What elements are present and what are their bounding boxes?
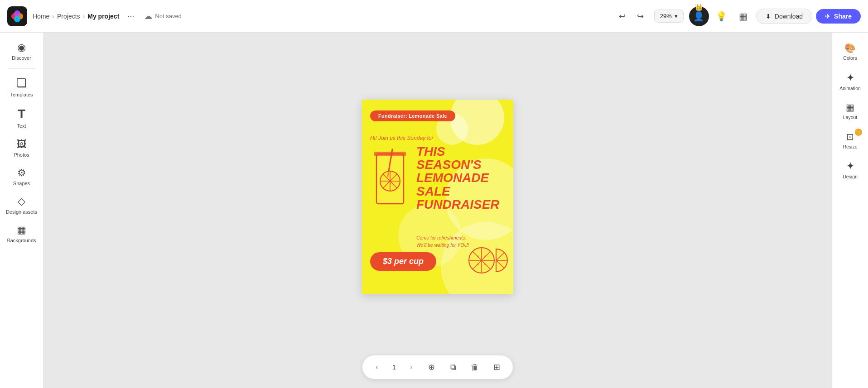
sidebar-label-discover: Discover	[12, 55, 31, 61]
sidebar-label-backgrounds: Backgrounds	[7, 238, 36, 244]
sidebar-label-photos: Photos	[14, 152, 29, 158]
breadcrumb: Home › Projects › My project	[33, 13, 119, 20]
page-controls: ‹ 1 › ⊕ ⧉ 🗑 ⊞	[362, 355, 513, 379]
right-label-design: Design	[843, 174, 858, 180]
resize-icon: ⊡	[846, 131, 854, 142]
delete-page-button[interactable]: 🗑	[468, 360, 482, 374]
photos-icon: 🖼	[17, 139, 27, 150]
sidebar-label-design-assets: Design assets	[6, 209, 37, 215]
cloud-icon: ☁	[144, 11, 152, 21]
text-icon: T	[18, 107, 25, 121]
topbar: Home › Projects › My project ··· ☁ Not s…	[0, 0, 868, 33]
poster-subtitle-text: Hi! Join us this Sunday for	[370, 135, 433, 141]
resize-crown-badge: 👑	[855, 129, 862, 136]
design-assets-icon: ◇	[18, 196, 25, 207]
user-avatar[interactable]: 👑 👤	[689, 6, 709, 26]
share-icon: ✈	[825, 13, 830, 20]
design-icon: ✦	[846, 160, 854, 172]
sidebar-item-text[interactable]: T Text	[4, 103, 40, 133]
poster-badge: Fundraiser: Lemonade Sale	[370, 110, 455, 121]
templates-icon: ❏	[16, 76, 27, 90]
sidebar-label-text: Text	[17, 123, 26, 129]
sidebar-divider	[8, 68, 35, 69]
sidebar-item-backgrounds[interactable]: ▦ Backgrounds	[4, 220, 40, 247]
backgrounds-icon: ▦	[17, 224, 26, 236]
sidebar-item-shapes[interactable]: ⚙ Shapes	[4, 163, 40, 190]
grid-view-button[interactable]: ⊞	[489, 360, 504, 374]
poster-canvas[interactable]: Fundraiser: Lemonade Sale Hi! Join us th…	[362, 100, 513, 294]
svg-point-18	[484, 255, 486, 257]
right-label-resize: Resize	[843, 144, 857, 150]
shapes-icon: ⚙	[17, 167, 26, 179]
lemon-glass-illustration	[367, 145, 413, 217]
avatar-user-icon: 👤	[693, 11, 704, 22]
svg-point-3	[14, 16, 20, 22]
right-sidebar: 🎨 Colors ✦ Animation ▦ Layout 👑 ⊡ Resize…	[832, 33, 868, 388]
sidebar-label-shapes: Shapes	[13, 181, 30, 187]
next-page-button[interactable]: ›	[406, 362, 417, 373]
crown-icon: 👑	[695, 4, 703, 11]
poster-wrapper[interactable]: Fundraiser: Lemonade Sale Hi! Join us th…	[362, 100, 513, 294]
svg-point-19	[477, 263, 479, 265]
sidebar-item-design-assets[interactable]: ◇ Design assets	[4, 192, 40, 219]
sidebar-item-discover[interactable]: ◉ Discover	[4, 38, 40, 65]
right-label-layout: Layout	[843, 115, 858, 120]
main-content: ◉ Discover ❏ Templates T Text 🖼 Photos ⚙…	[0, 33, 868, 388]
breadcrumb-sep-2: ›	[83, 13, 85, 20]
right-label-animation: Animation	[839, 86, 861, 91]
sidebar-label-templates: Templates	[10, 92, 33, 98]
undo-button[interactable]: ↩	[614, 8, 631, 24]
colors-icon: 🎨	[844, 43, 856, 53]
zoom-level: 29%	[660, 13, 672, 19]
poster-price: $3 per cup	[370, 252, 436, 271]
projects-link[interactable]: Projects	[57, 13, 80, 20]
undo-redo-group: ↩ ↪	[614, 8, 649, 24]
svg-point-20	[484, 263, 486, 265]
topbar-actions: 👑 👤 💡 ▦ ⬇ Download ✈ Share	[689, 6, 861, 26]
svg-point-2	[14, 10, 20, 17]
apps-button[interactable]: ▦	[734, 7, 752, 25]
lemon-slices-illustration	[468, 244, 509, 281]
zoom-chevron-icon: ▾	[675, 13, 678, 19]
breadcrumb-sep-1: ›	[52, 13, 54, 20]
prev-page-button[interactable]: ‹	[371, 362, 382, 373]
right-item-design[interactable]: ✦ Design	[835, 156, 866, 184]
download-icon: ⬇	[766, 13, 771, 20]
right-label-colors: Colors	[843, 55, 857, 61]
duplicate-page-button[interactable]: ⧉	[446, 360, 460, 374]
svg-rect-11	[374, 152, 406, 156]
app-logo[interactable]	[7, 6, 27, 26]
project-name[interactable]: My project	[87, 13, 119, 20]
poster-subtitle: Hi! Join us this Sunday for	[370, 135, 505, 141]
redo-button[interactable]: ↪	[632, 8, 649, 24]
save-status: ☁ Not saved	[144, 11, 182, 21]
home-link[interactable]: Home	[33, 13, 49, 20]
poster-tagline-line1: Come for refreshments.	[416, 235, 477, 242]
poster-price-text: $3 per cup	[383, 257, 424, 266]
layout-icon: ▦	[846, 102, 854, 113]
add-page-button[interactable]: ⊕	[424, 360, 439, 374]
sidebar-item-photos[interactable]: 🖼 Photos	[4, 135, 40, 162]
right-item-resize[interactable]: 👑 ⊡ Resize	[835, 127, 866, 154]
left-sidebar: ◉ Discover ❏ Templates T Text 🖼 Photos ⚙…	[0, 33, 43, 388]
page-number: 1	[390, 364, 399, 371]
download-label: Download	[775, 13, 803, 20]
save-status-label: Not saved	[155, 13, 182, 19]
download-button[interactable]: ⬇ Download	[756, 9, 812, 24]
more-options-button[interactable]: ···	[125, 10, 137, 23]
right-item-animation[interactable]: ✦ Animation	[835, 67, 866, 96]
right-item-colors[interactable]: 🎨 Colors	[835, 38, 866, 66]
svg-point-17	[477, 255, 479, 257]
share-button[interactable]: ✈ Share	[816, 9, 861, 24]
poster-badge-text: Fundraiser: Lemonade Sale	[378, 113, 447, 119]
poster-title-text: THIS SEASON'S LEMONADE SALE FUNDRAISER	[416, 144, 500, 212]
zoom-control[interactable]: 29% ▾	[654, 10, 684, 23]
discover-icon: ◉	[17, 42, 26, 53]
sidebar-item-templates[interactable]: ❏ Templates	[4, 72, 40, 101]
animation-icon: ✦	[846, 72, 854, 84]
right-item-layout[interactable]: ▦ Layout	[835, 97, 866, 125]
poster-title: THIS SEASON'S LEMONADE SALE FUNDRAISER	[416, 145, 508, 211]
ideas-button[interactable]: 💡	[713, 7, 731, 25]
share-label: Share	[834, 13, 852, 20]
canvas-area[interactable]: Fundraiser: Lemonade Sale Hi! Join us th…	[43, 33, 832, 388]
